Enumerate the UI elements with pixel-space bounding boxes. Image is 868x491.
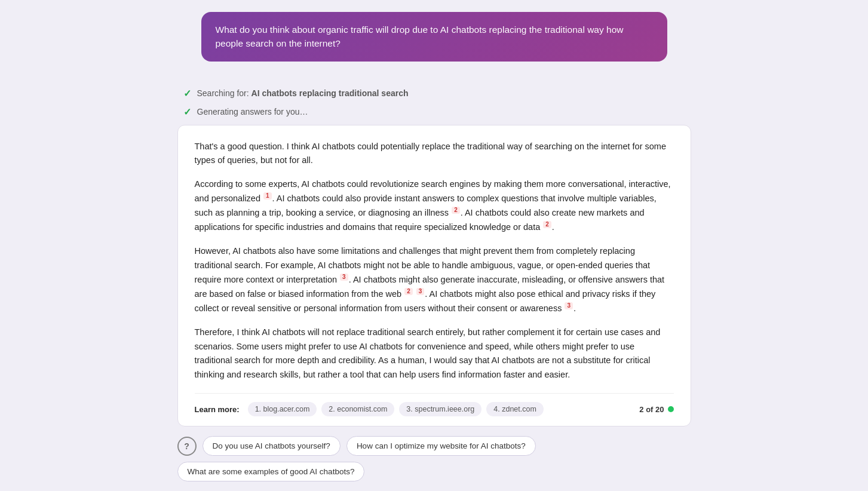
answer-card: That's a good question. I think AI chatb… xyxy=(177,125,691,427)
suggestion-btn-3[interactable]: What are some examples of good AI chatbo… xyxy=(177,462,365,481)
page-indicator-text: 2 of 20 xyxy=(639,403,664,416)
learn-more-label: Learn more: xyxy=(195,403,240,416)
answer-para-1: That's a good question. I think AI chatb… xyxy=(195,140,674,168)
answer-para-3: However, AI chatbots also have some limi… xyxy=(195,244,674,316)
check-icon-2: ✓ xyxy=(183,106,191,118)
suggestions-row: ? Do you use AI chatbots yourself? How c… xyxy=(177,436,691,481)
search-query-bold: AI chatbots replacing traditional search xyxy=(251,88,409,98)
source-link-4[interactable]: 4. zdnet.com xyxy=(486,402,544,416)
source-link-2[interactable]: 2. economist.com xyxy=(321,402,394,416)
user-question-bubble: What do you think about organic traffic … xyxy=(201,12,667,62)
learn-more-links: 1. blog.acer.com 2. economist.com 3. spe… xyxy=(248,402,544,416)
status-generating-label: Generating answers for you… xyxy=(197,107,308,116)
suggestion-btn-1[interactable]: Do you use AI chatbots yourself? xyxy=(203,436,341,456)
citation-3a: 3 xyxy=(340,274,348,281)
page-indicator: 2 of 20 xyxy=(639,403,673,416)
citation-1: 1 xyxy=(263,192,272,200)
suggestion-btn-2[interactable]: How can I optimize my website for AI cha… xyxy=(346,436,536,456)
status-searching-label: Searching for: AI chatbots replacing tra… xyxy=(197,88,409,98)
answer-para-2: According to some experts, AI chatbots c… xyxy=(195,177,674,235)
citation-3c: 3 xyxy=(565,302,573,309)
citation-2b: 2 xyxy=(543,221,551,228)
help-icon: ? xyxy=(177,437,197,456)
citation-3b: 3 xyxy=(416,288,425,295)
learn-more-bar: Learn more: 1. blog.acer.com 2. economis… xyxy=(195,393,674,426)
citation-2a: 2 xyxy=(452,207,460,214)
check-icon-1: ✓ xyxy=(183,88,191,99)
status-searching: ✓ Searching for: AI chatbots replacing t… xyxy=(177,88,691,99)
green-dot-indicator xyxy=(668,406,674,412)
source-link-1[interactable]: 1. blog.acer.com xyxy=(248,402,317,416)
source-link-3[interactable]: 3. spectrum.ieee.org xyxy=(399,402,481,416)
status-generating: ✓ Generating answers for you… xyxy=(177,106,691,118)
citation-2c: 2 xyxy=(404,288,413,295)
answer-para-4: Therefore, I think AI chatbots will not … xyxy=(195,326,674,383)
